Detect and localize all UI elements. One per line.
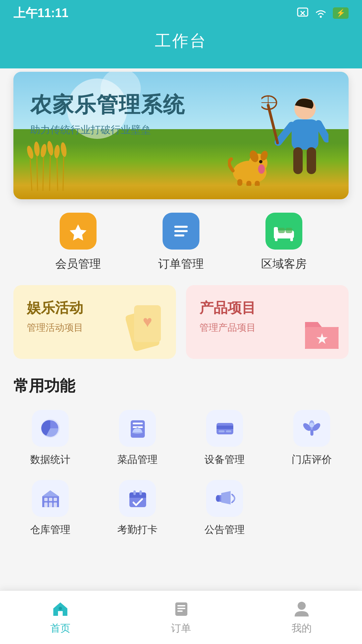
- svg-rect-32: [237, 179, 242, 186]
- notice-mgmt-label: 公告管理: [204, 523, 245, 537]
- svg-line-13: [50, 156, 50, 191]
- wheat-decoration: [20, 139, 121, 193]
- main-content: 农家乐管理系统 助力传统行业打破行业壁垒 会员管理 订单管理: [0, 72, 362, 617]
- function-device-mgmt[interactable]: 设备管理: [188, 410, 261, 467]
- entertainment-card[interactable]: 娱乐活动 管理活动项目 ♥: [13, 285, 176, 359]
- data-stats-label: 数据统计: [30, 453, 70, 467]
- warehouse-label: 仓库管理: [30, 523, 70, 537]
- svg-rect-39: [274, 227, 278, 238]
- member-icon: [60, 213, 97, 250]
- svg-point-3: [320, 16, 322, 18]
- bottom-nav: 首页 订单 我的: [0, 590, 362, 644]
- data-stats-icon: [32, 410, 69, 447]
- product-icon: ★: [302, 309, 342, 356]
- svg-line-11: [37, 156, 38, 191]
- svg-line-10: [30, 159, 32, 191]
- orders-icon: [172, 600, 190, 618]
- function-menu-mgmt[interactable]: 菜品管理: [101, 410, 174, 467]
- svg-point-7: [46, 141, 54, 156]
- svg-rect-43: [290, 238, 293, 241]
- svg-point-31: [258, 164, 265, 174]
- feature-cards: 娱乐活动 管理活动项目 ♥ 产品项目 管理产品项目 ★: [13, 285, 349, 359]
- page-title: 工作台: [0, 30, 362, 52]
- order-label: 订单管理: [158, 256, 204, 272]
- svg-rect-40: [278, 228, 285, 233]
- product-card[interactable]: 产品项目 管理产品项目 ★: [186, 285, 349, 359]
- quick-icon-member[interactable]: 会员管理: [55, 213, 101, 272]
- battery-icon: ⚡: [333, 7, 349, 19]
- functions-grid-row2: 仓库管理 考勤打卡: [13, 480, 349, 537]
- device-mgmt-icon: [206, 410, 243, 447]
- svg-line-19: [318, 124, 327, 139]
- svg-point-83: [298, 602, 306, 610]
- status-icons: ⚡: [297, 7, 349, 19]
- store-review-label: 门店评价: [292, 453, 332, 467]
- nav-home-label: 首页: [50, 622, 70, 635]
- banner-content: 农家乐管理系统 助力传统行业打破行业壁垒: [30, 92, 185, 137]
- nav-profile[interactable]: 我的: [241, 600, 362, 635]
- svg-text:♥: ♥: [143, 313, 153, 330]
- svg-rect-80: [177, 605, 185, 606]
- svg-line-14: [57, 158, 58, 191]
- svg-rect-74: [129, 495, 146, 498]
- functions-grid-row1: 数据统计 菜品管理: [13, 410, 349, 467]
- svg-point-4: [26, 145, 35, 160]
- dog-figure: [228, 149, 272, 186]
- nav-home[interactable]: 首页: [0, 600, 121, 635]
- svg-rect-81: [177, 608, 185, 609]
- svg-rect-17: [292, 119, 318, 150]
- function-data-stats[interactable]: 数据统计: [13, 410, 87, 467]
- svg-rect-42: [275, 238, 278, 241]
- function-notice-mgmt[interactable]: 公告管理: [188, 480, 261, 537]
- nav-profile-label: 我的: [292, 622, 312, 635]
- svg-line-22: [268, 105, 278, 143]
- svg-rect-35: [174, 226, 188, 228]
- svg-line-15: [63, 157, 64, 191]
- svg-rect-20: [293, 147, 303, 174]
- function-store-review[interactable]: 门店评价: [275, 410, 349, 467]
- svg-point-9: [60, 142, 67, 157]
- menu-mgmt-label: 菜品管理: [117, 453, 158, 467]
- svg-rect-36: [174, 230, 188, 232]
- svg-point-30: [259, 160, 262, 163]
- svg-point-63: [309, 423, 314, 427]
- svg-rect-34: [255, 181, 260, 186]
- nav-orders-label: 订单: [171, 622, 191, 635]
- entertainment-icon: ♥: [126, 302, 169, 356]
- svg-point-78: [59, 607, 62, 610]
- attendance-icon: [119, 480, 156, 517]
- svg-rect-67: [49, 498, 52, 501]
- svg-text:★: ★: [315, 330, 328, 347]
- svg-rect-58: [226, 430, 231, 432]
- member-label: 会员管理: [55, 256, 101, 272]
- svg-rect-51: [133, 423, 143, 424]
- function-attendance[interactable]: 考勤打卡: [101, 480, 174, 537]
- room-icon: [265, 213, 302, 250]
- notice-mgmt-icon: [206, 480, 243, 517]
- warehouse-icon: [32, 480, 69, 517]
- menu-mgmt-icon: [119, 410, 156, 447]
- attendance-label: 考勤打卡: [117, 523, 158, 537]
- svg-line-18: [278, 125, 292, 142]
- svg-rect-82: [177, 610, 183, 612]
- cancel-icon: [297, 7, 309, 19]
- svg-rect-69: [44, 502, 48, 507]
- nav-orders[interactable]: 订单: [121, 600, 241, 635]
- svg-rect-54: [136, 427, 138, 429]
- svg-point-6: [40, 144, 48, 158]
- banner[interactable]: 农家乐管理系统 助力传统行业打破行业壁垒: [13, 72, 349, 199]
- status-bar: 上午11:11 ⚡: [0, 0, 362, 23]
- function-warehouse[interactable]: 仓库管理: [13, 480, 87, 537]
- quick-icon-order[interactable]: 订单管理: [158, 213, 204, 272]
- order-icon: [163, 213, 199, 250]
- quick-icon-room[interactable]: 区域客房: [261, 213, 307, 272]
- wifi-icon: [314, 8, 327, 18]
- store-review-icon: [293, 410, 330, 447]
- svg-rect-0: [298, 8, 308, 16]
- svg-rect-71: [54, 502, 57, 507]
- svg-rect-76: [139, 490, 142, 495]
- svg-rect-33: [246, 181, 251, 186]
- device-mgmt-label: 设备管理: [204, 453, 245, 467]
- svg-point-8: [54, 145, 60, 158]
- svg-rect-68: [54, 498, 57, 501]
